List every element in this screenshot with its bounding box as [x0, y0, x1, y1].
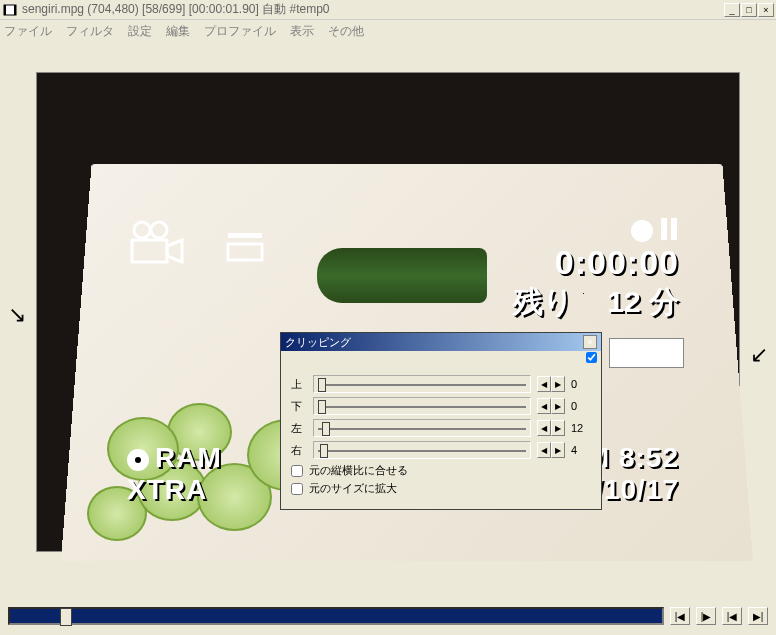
menu-file[interactable]: ファイル: [4, 23, 52, 40]
osd-remaining-label: 残り: [513, 285, 574, 318]
svg-rect-7: [228, 244, 262, 260]
clip-label-top: 上: [291, 377, 307, 392]
clip-value-bottom: 0: [571, 400, 591, 412]
menu-settings[interactable]: 設定: [128, 23, 152, 40]
clip-step-right[interactable]: ▶: [551, 398, 565, 414]
clipping-title: クリッピング: [285, 335, 583, 350]
osd-remaining-unit: 分: [649, 285, 679, 318]
clip-slider-top[interactable]: [313, 375, 531, 393]
clip-slider-right[interactable]: [313, 441, 531, 459]
clip-label-bottom: 下: [291, 399, 307, 414]
svg-point-3: [134, 222, 150, 238]
menubar: ファイル フィルタ 設定 編集 プロファイル 表示 その他: [0, 20, 776, 42]
osd-timecode: 0:00:00: [513, 243, 679, 282]
clip-keep-aspect: 元の縦横比に合せる: [291, 463, 591, 478]
clip-step-right[interactable]: ▶: [551, 442, 565, 458]
svg-point-4: [151, 222, 167, 238]
svg-rect-1: [4, 5, 6, 15]
nav-prev-frame[interactable]: |◀: [670, 607, 690, 625]
crop-arrow-left-icon: ↘: [8, 302, 26, 328]
clipping-close-button[interactable]: ×: [583, 335, 597, 349]
clipping-titlebar[interactable]: クリッピング ×: [281, 333, 601, 351]
clip-row-right: 右 ◀▶ 4: [291, 441, 591, 459]
osd-white-box: [609, 338, 684, 368]
clipping-pin-checkbox[interactable]: [586, 352, 597, 363]
menu-other[interactable]: その他: [328, 23, 364, 40]
titlebar: sengiri.mpg (704,480) [58/699] [00:00:01…: [0, 0, 776, 20]
clip-step-left[interactable]: ◀: [537, 398, 551, 414]
disc-icon: [127, 449, 149, 471]
minimize-button[interactable]: _: [724, 3, 740, 17]
nav-first[interactable]: |◀: [722, 607, 742, 625]
clipping-dialog[interactable]: クリッピング × 上 ◀▶ 0 下 ◀▶ 0 左: [280, 332, 602, 510]
video-area: ↘ ↙ 0:00:00 残り 12 分 RAM XTRA: [0, 42, 776, 582]
seek-thumb[interactable]: [60, 608, 72, 626]
video-frame[interactable]: 0:00:00 残り 12 分 RAM XTRA PM 8:52 2004/10…: [36, 72, 740, 552]
clip-label-right: 右: [291, 443, 307, 458]
pause-icon: [659, 218, 679, 243]
clip-slider-left[interactable]: [313, 419, 531, 437]
clip-expand-size-checkbox[interactable]: [291, 483, 303, 495]
osd-bottom-left: RAM XTRA: [127, 442, 222, 506]
clip-row-bottom: 下 ◀▶ 0: [291, 397, 591, 415]
record-icon: [631, 220, 653, 242]
osd-remaining-value: 12: [607, 285, 640, 318]
clip-step-right[interactable]: ▶: [551, 376, 565, 392]
svg-rect-5: [132, 240, 167, 262]
clip-expand-size: 元のサイズに拡大: [291, 481, 591, 496]
clip-keep-aspect-checkbox[interactable]: [291, 465, 303, 477]
maximize-button[interactable]: □: [741, 3, 757, 17]
clip-label-left: 左: [291, 421, 307, 436]
clip-row-left: 左 ◀▶ 12: [291, 419, 591, 437]
clip-value-left: 12: [571, 422, 591, 434]
clip-row-top: 上 ◀▶ 0: [291, 375, 591, 393]
svg-rect-2: [14, 5, 16, 15]
osd-top-right: 0:00:00 残り 12 分: [513, 218, 679, 323]
nav-last[interactable]: ▶|: [748, 607, 768, 625]
menu-edit[interactable]: 編集: [166, 23, 190, 40]
osd-xtra: XTRA: [127, 474, 222, 506]
crop-arrow-right-icon: ↙: [750, 342, 768, 368]
app-icon: [2, 2, 18, 18]
window-title: sengiri.mpg (704,480) [58/699] [00:00:01…: [22, 1, 724, 18]
clip-value-top: 0: [571, 378, 591, 390]
osd-camera-icon: [127, 218, 270, 271]
clip-step-left[interactable]: ◀: [537, 420, 551, 436]
clip-step-left[interactable]: ◀: [537, 442, 551, 458]
seekbar-row: |◀ |▶ |◀ ▶|: [8, 607, 768, 625]
svg-rect-6: [228, 233, 262, 238]
close-button[interactable]: ×: [758, 3, 774, 17]
clip-value-right: 4: [571, 444, 591, 456]
clip-slider-bottom[interactable]: [313, 397, 531, 415]
video-content-cucumber: [317, 248, 487, 303]
menu-profile[interactable]: プロファイル: [204, 23, 276, 40]
clip-step-left[interactable]: ◀: [537, 376, 551, 392]
clip-step-right[interactable]: ▶: [551, 420, 565, 436]
seekbar[interactable]: [8, 607, 664, 625]
osd-ram: RAM: [155, 442, 222, 473]
menu-view[interactable]: 表示: [290, 23, 314, 40]
nav-play[interactable]: |▶: [696, 607, 716, 625]
menu-filter[interactable]: フィルタ: [66, 23, 114, 40]
